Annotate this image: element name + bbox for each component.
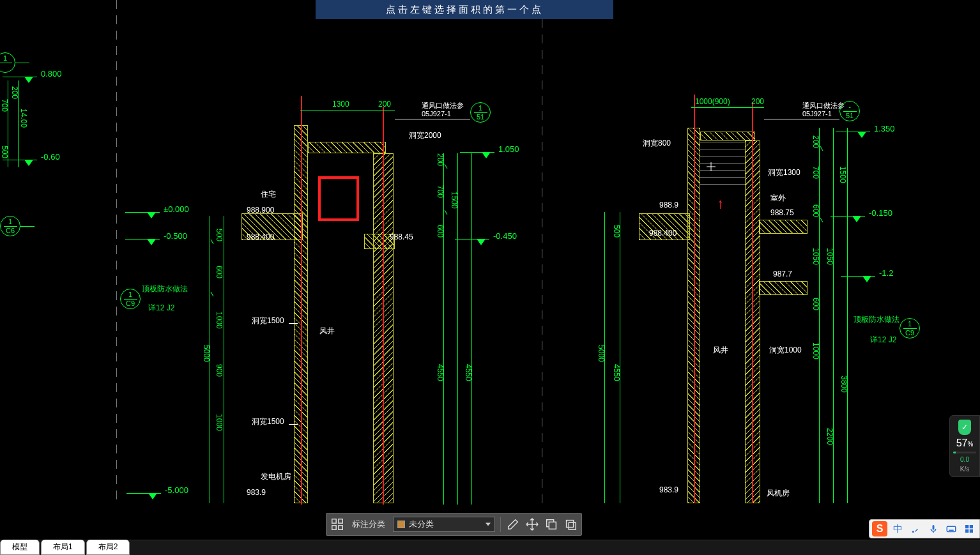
- axis: [694, 95, 695, 503]
- lbl: 风机房: [767, 488, 790, 499]
- elev: 988.45: [390, 232, 413, 241]
- elev: 983.9: [659, 485, 678, 494]
- move-icon[interactable]: [525, 517, 539, 531]
- dim: 600: [811, 298, 820, 310]
- elev: -1.2: [879, 268, 893, 278]
- tab-layout1[interactable]: 布局1: [41, 540, 85, 555]
- elev-m060: -0.60: [41, 152, 60, 162]
- axis: [752, 102, 753, 503]
- dim: 200: [811, 135, 820, 148]
- ime-menu-icon[interactable]: [961, 521, 977, 536]
- dim: 5000: [202, 345, 211, 362]
- category-select[interactable]: 未分类: [393, 517, 495, 532]
- bubble-c6: 1C6: [0, 216, 20, 236]
- bubble-51: 151: [470, 102, 491, 123]
- line: [20, 226, 34, 227]
- svg-rect-4: [549, 522, 556, 529]
- dim: 4550: [464, 364, 473, 381]
- dim: 1050: [811, 248, 820, 265]
- dim: 500: [215, 229, 224, 241]
- grid-icon[interactable]: [330, 517, 344, 531]
- elev-m5: -5.000: [165, 485, 188, 495]
- network-widget[interactable]: 57% 0.0 K/s: [949, 415, 980, 477]
- tabs-bar: [0, 540, 980, 555]
- elev: 988.9: [659, 201, 678, 209]
- cursor-cross-icon: [707, 162, 716, 171]
- dim: 600: [811, 204, 820, 217]
- lbl: 洞宽1000: [769, 345, 802, 356]
- layout-tabs: 模型 布局1 布局2: [0, 540, 131, 555]
- dim: 700: [811, 166, 820, 179]
- lbl: 通风口做法参: [422, 101, 464, 110]
- elev: 987.7: [773, 270, 792, 278]
- cad-canvas[interactable]: 点击左键选择面积的第一个点 1 0.800 700 200 500 14.00 …: [0, 0, 980, 555]
- copy-icon[interactable]: [544, 517, 558, 531]
- dim: 1000: [811, 342, 820, 360]
- tab-model[interactable]: 模型: [0, 540, 40, 555]
- bubble-51b: -51: [839, 101, 860, 121]
- arrow-up-icon: ↑: [717, 195, 724, 212]
- elev: 988.75: [770, 208, 794, 217]
- dim: 1000: [215, 312, 224, 329]
- paste-icon[interactable]: [563, 517, 578, 531]
- net-zero: 0.0: [960, 456, 969, 463]
- annotation-toolbar: 标注分类 未分类: [326, 513, 582, 536]
- svg-point-7: [912, 531, 914, 533]
- dim-line: [847, 128, 848, 503]
- edit-icon[interactable]: [506, 517, 520, 531]
- dim: 4550: [612, 364, 621, 381]
- lbl: 住宅: [261, 189, 276, 200]
- svg-rect-10: [965, 525, 969, 528]
- elev: -0.150: [869, 208, 892, 218]
- svg-rect-11: [970, 525, 973, 528]
- dim-1400: 14.00: [19, 109, 28, 128]
- dim: 1500: [838, 166, 847, 183]
- slab: [700, 132, 755, 141]
- selection-box: [318, 176, 359, 221]
- gridline: [542, 19, 542, 505]
- lbl: 风井: [319, 326, 335, 337]
- ime-voice-icon[interactable]: [926, 521, 941, 536]
- dim: 1050: [825, 248, 834, 265]
- leader: [395, 119, 470, 119]
- dim: 600: [436, 225, 445, 238]
- svg-rect-0: [332, 519, 336, 523]
- lbl: 05J927-1: [802, 110, 832, 118]
- sogou-logo-icon[interactable]: S: [872, 521, 887, 536]
- dim: 200: [751, 97, 764, 106]
- color-swatch-icon: [397, 521, 405, 528]
- elev-pm0: ±0.000: [164, 204, 189, 214]
- ime-punct-icon[interactable]: [908, 521, 923, 536]
- dim: 900: [215, 364, 224, 377]
- shield-icon: [958, 420, 971, 435]
- dim-200: 200: [10, 86, 19, 99]
- ime-lang-button[interactable]: 中: [890, 521, 905, 536]
- dim: 1300: [332, 100, 349, 109]
- ime-keyboard-icon[interactable]: [944, 521, 959, 536]
- dim: 1000: [215, 414, 224, 431]
- net-pct: 57%: [956, 437, 974, 449]
- lbl: 发电机房: [261, 471, 291, 482]
- dim: 3800: [839, 376, 848, 393]
- dim-line: [833, 128, 834, 503]
- dim: 1500: [450, 192, 459, 209]
- dim-line: [691, 107, 764, 108]
- lbl: 风井: [713, 345, 728, 356]
- dim: 1000(900): [695, 97, 730, 106]
- dim: 500: [612, 225, 621, 238]
- elev: 988.900: [247, 206, 274, 215]
- bubble-c9: 1C9: [120, 289, 141, 309]
- lbl: 室外: [770, 193, 786, 204]
- slab: [759, 281, 808, 295]
- lbl: 顶板防水做法: [854, 314, 900, 325]
- chevron-down-icon: [486, 523, 491, 526]
- bubble-1: 1: [0, 52, 15, 73]
- lbl: 洞宽2000: [409, 130, 441, 141]
- lbl: 洞宽1500: [252, 416, 284, 427]
- line: [15, 63, 29, 63]
- dim: 200: [378, 100, 391, 109]
- dim: 600: [215, 266, 224, 278]
- tab-layout2[interactable]: 布局2: [86, 540, 130, 555]
- dim-700: 700: [0, 99, 9, 112]
- dim-line: [224, 216, 224, 503]
